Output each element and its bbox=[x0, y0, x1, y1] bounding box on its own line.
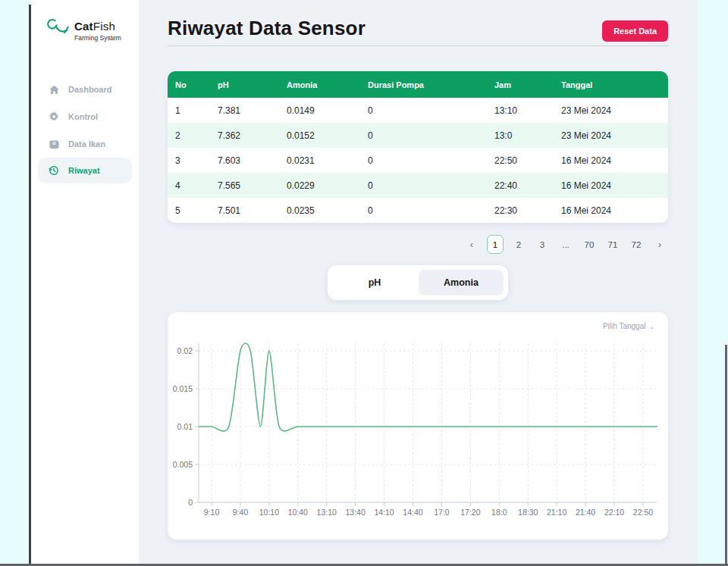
svg-text:0.005: 0.005 bbox=[173, 460, 193, 469]
cell: 7.381 bbox=[210, 98, 279, 123]
cell: 22:50 bbox=[487, 148, 554, 173]
page-button[interactable]: 70 bbox=[581, 235, 598, 254]
svg-text:17:0: 17:0 bbox=[434, 508, 450, 517]
brand-tagline: Farming System bbox=[74, 34, 121, 42]
table-row: 27.3620.0152013:023 Mei 2024 bbox=[168, 123, 668, 148]
svg-text:9:40: 9:40 bbox=[233, 508, 249, 517]
svg-text:9:10: 9:10 bbox=[204, 508, 220, 517]
history-icon bbox=[49, 165, 59, 176]
sidebar: CatFish Farming System Dashboard Kontrol bbox=[31, 0, 139, 566]
page-button[interactable]: 72 bbox=[628, 235, 645, 254]
date-filter-dropdown[interactable]: Pilih Tanggal⌄ bbox=[603, 322, 654, 330]
prev-page-button[interactable]: ‹ bbox=[463, 235, 480, 254]
cell: 16 Mei 2024 bbox=[554, 148, 668, 173]
cell: 7.501 bbox=[210, 198, 279, 223]
svg-text:10:40: 10:40 bbox=[288, 508, 308, 517]
column-header: Tanggal bbox=[554, 71, 668, 98]
pagination: ‹123...707172› bbox=[168, 235, 668, 254]
column-header: Jam bbox=[487, 71, 554, 98]
app-logo: CatFish Farming System bbox=[46, 17, 139, 44]
column-header: pH bbox=[210, 71, 279, 98]
svg-text:14:10: 14:10 bbox=[374, 508, 394, 517]
amonia-line-chart: 00.0050.010.0150.029:109:4010:1010:4013:… bbox=[168, 330, 668, 536]
svg-text:13:40: 13:40 bbox=[346, 508, 366, 517]
reset-data-button[interactable]: Reset Data bbox=[602, 20, 668, 42]
column-header: No bbox=[168, 71, 210, 98]
cell: 16 Mei 2024 bbox=[554, 173, 668, 198]
svg-text:0: 0 bbox=[188, 498, 193, 507]
page-title: Riwayat Data Sensor bbox=[168, 17, 668, 40]
page-button[interactable]: 3 bbox=[534, 235, 551, 254]
sensor-table-card: NopHAmoniaDurasi PompaJamTanggal 17.3810… bbox=[168, 71, 668, 223]
svg-text:10:10: 10:10 bbox=[259, 508, 279, 517]
cell: 7.565 bbox=[210, 173, 279, 198]
table-row: 57.5010.0235022:3016 Mei 2024 bbox=[168, 198, 668, 223]
cell: 13:10 bbox=[487, 98, 554, 123]
sidebar-item-label: Riwayat bbox=[68, 166, 100, 175]
box-icon bbox=[49, 139, 59, 149]
svg-text:21:40: 21:40 bbox=[576, 508, 595, 517]
gear-icon bbox=[49, 111, 59, 122]
cell: 22:30 bbox=[487, 198, 554, 223]
sidebar-item-label: Data Ikan bbox=[68, 139, 105, 149]
svg-text:13:10: 13:10 bbox=[317, 508, 337, 517]
cell: 0 bbox=[360, 148, 487, 173]
cell: 22:40 bbox=[487, 173, 554, 198]
cell: 7.362 bbox=[210, 123, 279, 148]
cell: 0 bbox=[360, 98, 487, 123]
cell: 0.0149 bbox=[279, 98, 360, 123]
cell: 0 bbox=[360, 123, 487, 148]
page-ellipsis[interactable]: ... bbox=[557, 235, 574, 254]
svg-text:22:50: 22:50 bbox=[633, 508, 653, 517]
sidebar-nav: Dashboard Kontrol Data Ikan bbox=[31, 76, 139, 183]
cell: 5 bbox=[168, 198, 210, 223]
left-scrollbar[interactable] bbox=[29, 5, 31, 566]
table-row: 37.6030.0231022:5016 Mei 2024 bbox=[168, 148, 668, 173]
column-header: Amonia bbox=[279, 71, 360, 98]
brand-name: CatFish bbox=[74, 20, 115, 33]
table-row: 17.3810.0149013:1023 Mei 2024 bbox=[168, 98, 668, 123]
tab-ph[interactable]: pH bbox=[332, 270, 417, 296]
page-button[interactable]: 1 bbox=[487, 235, 504, 254]
cell: 0 bbox=[360, 198, 487, 223]
cell: 7.603 bbox=[210, 148, 279, 173]
svg-text:0.02: 0.02 bbox=[177, 346, 193, 355]
sidebar-item-label: Dashboard bbox=[68, 85, 111, 94]
sidebar-item-riwayat[interactable]: Riwayat bbox=[38, 158, 132, 183]
cell: 0.0231 bbox=[279, 148, 360, 173]
sidebar-item-data-ikan[interactable]: Data Ikan bbox=[31, 130, 139, 158]
right-scrollbar[interactable] bbox=[725, 345, 727, 564]
svg-text:0.01: 0.01 bbox=[177, 422, 193, 431]
next-page-button[interactable]: › bbox=[651, 235, 668, 254]
svg-text:0.015: 0.015 bbox=[173, 384, 193, 393]
chart-card: Pilih Tanggal⌄ 00.0050.010.0150.029:109:… bbox=[168, 312, 668, 539]
main-area: Riwayat Data Sensor Reset Data NopHAmoni… bbox=[139, 0, 698, 566]
page-button[interactable]: 71 bbox=[604, 235, 621, 254]
catfish-logo-icon bbox=[46, 17, 69, 44]
cell: 3 bbox=[168, 148, 210, 173]
cell: 0 bbox=[360, 173, 487, 198]
cell: 13:0 bbox=[487, 123, 554, 148]
home-icon bbox=[49, 84, 59, 95]
cell: 16 Mei 2024 bbox=[554, 198, 668, 223]
cell: 23 Mei 2024 bbox=[554, 123, 668, 148]
cell: 2 bbox=[168, 123, 210, 148]
sidebar-item-kontrol[interactable]: Kontrol bbox=[31, 103, 139, 130]
svg-text:17:20: 17:20 bbox=[460, 508, 480, 517]
column-header: Durasi Pompa bbox=[360, 71, 487, 98]
svg-text:18:30: 18:30 bbox=[518, 508, 538, 517]
header-divider bbox=[168, 45, 668, 46]
sidebar-item-dashboard[interactable]: Dashboard bbox=[31, 76, 139, 103]
sidebar-item-label: Kontrol bbox=[68, 112, 98, 121]
tab-amonia[interactable]: Amonia bbox=[419, 270, 504, 296]
cell: 1 bbox=[168, 98, 210, 123]
table-row: 47.5650.0229022:4016 Mei 2024 bbox=[168, 173, 668, 198]
cell: 0.0235 bbox=[279, 198, 360, 223]
svg-text:21:10: 21:10 bbox=[547, 508, 566, 517]
table-header-row: NopHAmoniaDurasi PompaJamTanggal bbox=[168, 71, 668, 98]
cell: 23 Mei 2024 bbox=[554, 98, 668, 123]
page-button[interactable]: 2 bbox=[510, 235, 527, 254]
sensor-data-table: NopHAmoniaDurasi PompaJamTanggal 17.3810… bbox=[168, 71, 668, 223]
chevron-down-icon: ⌄ bbox=[648, 323, 654, 330]
svg-text:14:40: 14:40 bbox=[403, 508, 422, 517]
